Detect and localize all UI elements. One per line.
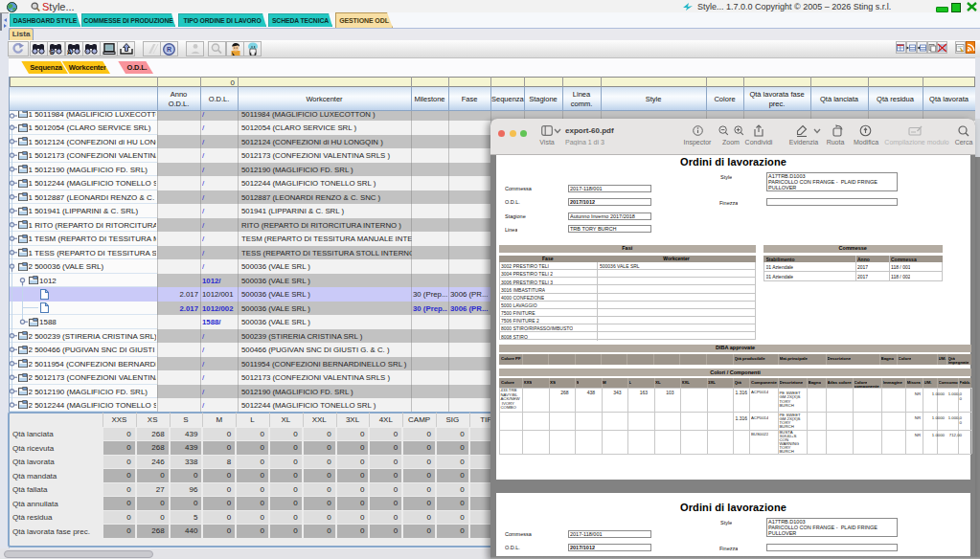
svg-text:R: R [167, 46, 171, 53]
